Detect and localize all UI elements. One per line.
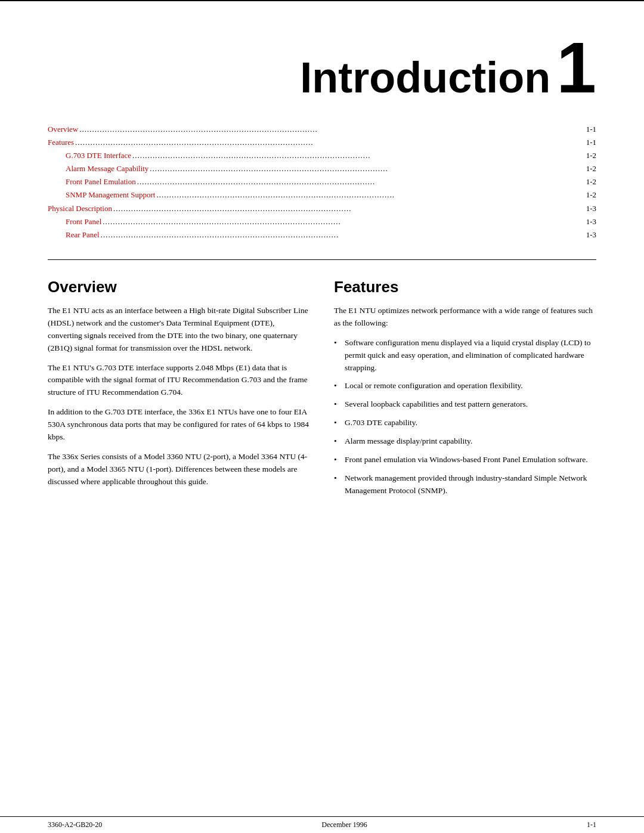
toc-page: 1-3 [586, 202, 596, 215]
toc-link[interactable]: Alarm Message Capability [66, 162, 148, 175]
footer-left: 3360-A2-GB20-20 [48, 820, 102, 829]
features-title: Features [334, 278, 596, 296]
toc-item: Front Panel ............................… [48, 215, 596, 228]
toc-link[interactable]: Overview [48, 123, 78, 136]
toc-link[interactable]: Physical Description [48, 202, 112, 215]
section-divider [48, 259, 596, 260]
features-section: Features The E1 NTU optimizes network pe… [334, 278, 596, 503]
overview-paragraph: The E1 NTU acts as an interface between … [48, 305, 310, 355]
toc-page: 1-2 [586, 149, 596, 162]
toc-container: Overview ...............................… [48, 123, 596, 241]
toc-dots: ........................................… [74, 136, 586, 149]
page: Introduction 1 Overview ................… [0, 0, 644, 833]
toc-dots: ........................................… [78, 123, 586, 136]
footer-right: 1-1 [587, 820, 596, 829]
features-intro: The E1 NTU optimizes network performance… [334, 305, 596, 330]
chapter-word: Introduction [300, 56, 550, 99]
content-area: Overview The E1 NTU acts as an interface… [0, 272, 644, 527]
chapter-number: 1 [556, 37, 596, 98]
feature-bullet: Network management provided through indu… [334, 472, 596, 497]
overview-paragraph: The E1 NTU's G.703 DTE interface support… [48, 362, 310, 400]
footer-center: December 1996 [322, 820, 367, 829]
toc-section: Overview ...............................… [0, 111, 644, 259]
toc-item: Features ...............................… [48, 136, 596, 149]
feature-bullet: Several loopback capabilities and test p… [334, 398, 596, 411]
toc-item: Alarm Message Capability ...............… [48, 162, 596, 175]
overview-title: Overview [48, 278, 310, 296]
toc-link[interactable]: SNMP Management Support [66, 188, 155, 202]
toc-dots: ........................................… [100, 228, 586, 241]
toc-page: 1-1 [586, 123, 596, 136]
feature-bullet: Software configuration menu displayed vi… [334, 337, 596, 374]
toc-item: Rear Panel .............................… [48, 228, 596, 241]
toc-page: 1-3 [586, 228, 596, 241]
feature-bullet: Local or remote configuration and operat… [334, 380, 596, 392]
header-area: Introduction 1 [0, 1, 644, 111]
overview-paragraph: In addition to the G.703 DTE interface, … [48, 406, 310, 444]
toc-link[interactable]: Front Panel [66, 215, 101, 228]
toc-dots: ........................................… [136, 175, 586, 188]
toc-link[interactable]: G.703 DTE Interface [66, 149, 131, 162]
toc-link[interactable]: Front Panel Emulation [66, 175, 136, 188]
feature-bullet: Alarm message display/print capability. [334, 435, 596, 448]
toc-dots: ........................................… [131, 149, 586, 162]
toc-item: Overview ...............................… [48, 123, 596, 136]
toc-dots: ........................................… [101, 215, 586, 228]
chapter-title: Introduction 1 [48, 37, 596, 99]
toc-dots: ........................................… [155, 188, 586, 202]
toc-page: 1-3 [586, 215, 596, 228]
overview-section: Overview The E1 NTU acts as an interface… [48, 278, 310, 503]
toc-page: 1-1 [586, 136, 596, 149]
toc-dots: ........................................… [112, 202, 586, 215]
toc-item: Physical Description ...................… [48, 202, 596, 215]
toc-item: Front Panel Emulation ..................… [48, 175, 596, 188]
toc-item: G.703 DTE Interface ....................… [48, 149, 596, 162]
overview-paragraphs: The E1 NTU acts as an interface between … [48, 305, 310, 488]
toc-page: 1-2 [586, 162, 596, 175]
footer: 3360-A2-GB20-20 December 1996 1-1 [0, 816, 644, 833]
overview-paragraph: The 336x Series consists of a Model 3360… [48, 451, 310, 488]
feature-bullet: Front panel emulation via Windows-based … [334, 454, 596, 466]
toc-page: 1-2 [586, 188, 596, 202]
toc-item: SNMP Management Support ................… [48, 188, 596, 202]
toc-link[interactable]: Features [48, 136, 74, 149]
toc-page: 1-2 [586, 175, 596, 188]
feature-bullet: G.703 DTE capability. [334, 417, 596, 429]
toc-link[interactable]: Rear Panel [66, 228, 100, 241]
toc-dots: ........................................… [148, 162, 586, 175]
features-bullets: Software configuration menu displayed vi… [334, 337, 596, 497]
